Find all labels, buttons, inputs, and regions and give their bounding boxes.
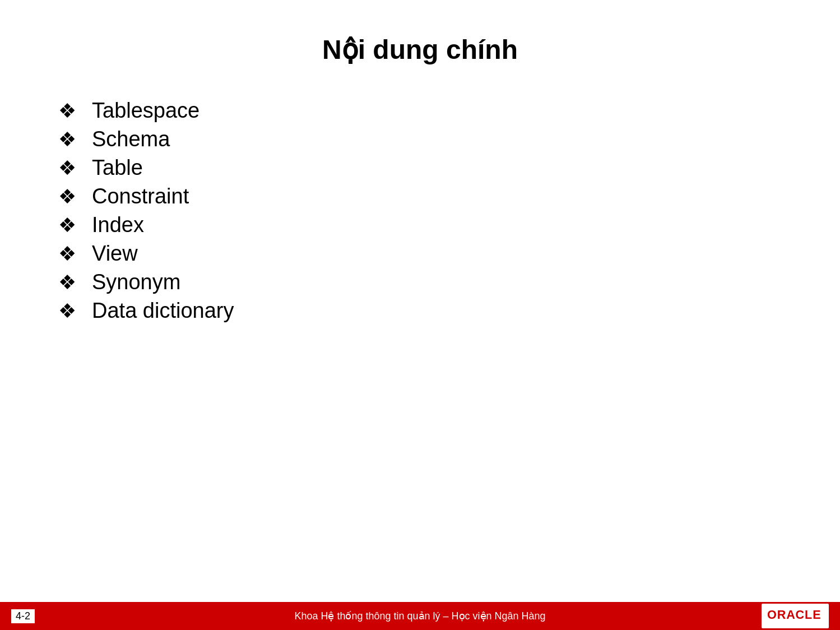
slide-title: Nội dung chính [56, 34, 784, 65]
list-item: Index [56, 213, 234, 237]
items-list: Tablespace Schema Table Constraint Index… [56, 99, 234, 323]
item-label-schema: Schema [92, 127, 170, 151]
footer-bar: 4-2 Khoa Hệ thống thông tin quản lý – Họ… [0, 602, 840, 630]
item-label-tablespace: Tablespace [92, 99, 199, 123]
oracle-logo-svg: ORACLE [767, 606, 823, 623]
svg-text:ORACLE: ORACLE [767, 608, 821, 622]
footer-center-text: Khoa Hệ thống thông tin quản lý – Học vi… [294, 610, 545, 622]
item-label-table: Table [92, 156, 143, 180]
bullet-icon-tablespace [56, 99, 78, 123]
bullet-icon-view [56, 242, 78, 266]
list-item: Table [56, 156, 234, 180]
item-label-view: View [92, 242, 138, 266]
list-item: Schema [56, 127, 234, 151]
list-item: View [56, 242, 234, 266]
bullet-icon-schema [56, 128, 78, 151]
bullet-icon-table [56, 156, 78, 180]
bullet-icon-data-dictionary [56, 299, 78, 323]
list-item: Constraint [56, 184, 234, 209]
item-label-data-dictionary: Data dictionary [92, 299, 234, 323]
slide-container: Nội dung chính Tablespace Schema Table C… [0, 0, 840, 630]
footer-page-number: 4-2 [11, 609, 35, 623]
item-label-synonym: Synonym [92, 270, 180, 294]
bullet-icon-synonym [56, 271, 78, 294]
bullet-icon-index [56, 214, 78, 237]
oracle-logo-text: ORACLE [767, 606, 823, 626]
list-item: Data dictionary [56, 299, 234, 323]
item-label-constraint: Constraint [92, 184, 189, 209]
item-label-index: Index [92, 213, 144, 237]
list-item: Synonym [56, 270, 234, 294]
main-content: Nội dung chính Tablespace Schema Table C… [0, 0, 840, 630]
oracle-logo: ORACLE [762, 604, 829, 628]
list-item: Tablespace [56, 99, 234, 123]
bullet-icon-constraint [56, 185, 78, 209]
